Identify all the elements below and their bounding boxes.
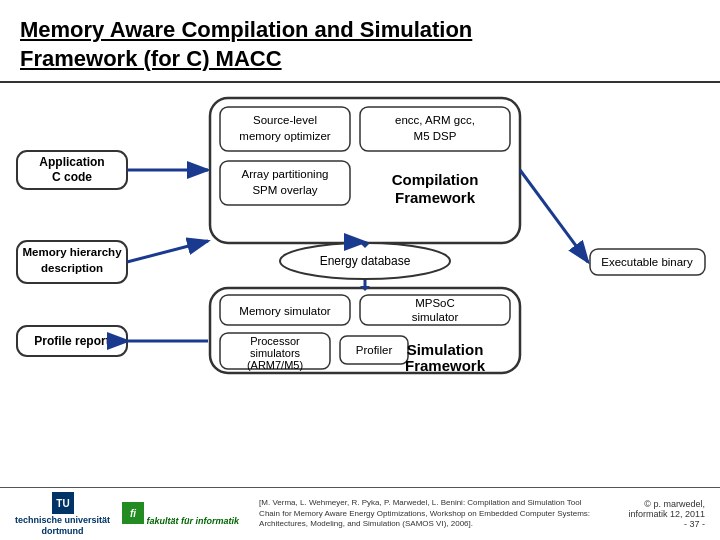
citation-text: [M. Verma, L. Wehmeyer, R. Pyka, P. Marw… (259, 498, 590, 528)
svg-text:M5 DSP: M5 DSP (414, 130, 457, 142)
fi-logo: fi fakultät für informatik (122, 502, 239, 526)
svg-text:encc, ARM gcc,: encc, ARM gcc, (395, 114, 475, 126)
title-line1: Memory Aware Compilation and Simulation (20, 17, 472, 42)
fi-name-line1: fakultät für (147, 516, 194, 526)
tu-logo: TU technische universität dortmund (15, 492, 110, 536)
svg-text:description: description (41, 262, 103, 274)
svg-text:Energy database: Energy database (320, 254, 411, 268)
svg-text:Source-level: Source-level (253, 114, 317, 126)
course: informatik 12, 2011 (628, 509, 705, 519)
svg-text:MPSoC: MPSoC (415, 297, 455, 309)
svg-text:Memory simulator: Memory simulator (239, 305, 331, 317)
svg-text:memory optimizer: memory optimizer (239, 130, 331, 142)
svg-text:(ARM7/M5): (ARM7/M5) (247, 359, 303, 371)
svg-text:Memory hierarchy: Memory hierarchy (22, 246, 122, 258)
tu-name-line1: technische universität (15, 515, 110, 525)
svg-text:SPM overlay: SPM overlay (252, 184, 317, 196)
header: Memory Aware Compilation and Simulation … (0, 0, 720, 83)
content-area: Source-level memory optimizer encc, ARM … (0, 83, 720, 487)
svg-text:Application: Application (39, 155, 104, 169)
svg-text:fi: fi (130, 508, 136, 519)
footer: TU technische universität dortmund fi fa… (0, 487, 720, 540)
svg-text:simulator: simulator (412, 311, 459, 323)
svg-text:Processor: Processor (250, 335, 300, 347)
svg-text:Executable binary: Executable binary (601, 256, 693, 268)
tu-logo-icon: TU (52, 492, 74, 514)
footer-right: © p. marwedel, informatik 12, 2011 - 37 … (615, 499, 705, 529)
fi-logo-icon: fi (122, 502, 144, 524)
title-line2: Framework (for C) MACC (20, 46, 282, 71)
svg-text:Simulation: Simulation (407, 341, 484, 358)
page-number: - 37 - (684, 519, 705, 529)
footer-logos: TU technische universität dortmund fi fa… (15, 492, 239, 536)
svg-text:Array partitioning: Array partitioning (242, 168, 329, 180)
copyright: © p. marwedel, (644, 499, 705, 509)
svg-text:simulators: simulators (250, 347, 301, 359)
tu-name-line2: dortmund (42, 526, 84, 536)
footer-citation: [M. Verma, L. Wehmeyer, R. Pyka, P. Marw… (259, 498, 595, 529)
svg-text:C code: C code (52, 170, 92, 184)
svg-text:Framework: Framework (395, 189, 476, 206)
svg-text:Profile report: Profile report (34, 334, 109, 348)
svg-text:TU: TU (56, 498, 69, 509)
svg-text:Framework: Framework (405, 357, 486, 374)
diagram-container: Source-level memory optimizer encc, ARM … (15, 93, 715, 383)
diagram-svg: Source-level memory optimizer encc, ARM … (15, 93, 715, 383)
page-title: Memory Aware Compilation and Simulation … (20, 16, 700, 73)
svg-text:Profiler: Profiler (356, 344, 393, 356)
main-container: Memory Aware Compilation and Simulation … (0, 0, 720, 540)
fi-name-line2: informatik (196, 516, 240, 526)
svg-text:Compilation: Compilation (392, 171, 479, 188)
